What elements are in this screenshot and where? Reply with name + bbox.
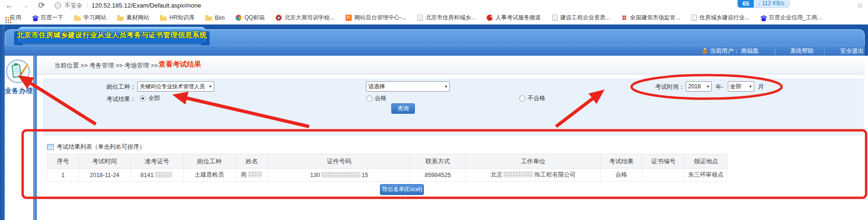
- table-cell: 1: [48, 169, 79, 182]
- redacted-text: [248, 171, 262, 178]
- url-separator: |: [86, 1, 88, 8]
- folder-icon: [117, 17, 124, 21]
- bookmark-label: HR知识库: [169, 14, 194, 22]
- radio-pass[interactable]: 合格: [366, 94, 387, 102]
- column-header[interactable]: 准考证号: [131, 154, 184, 169]
- month-suffix-label: 月: [758, 83, 764, 91]
- folder-icon: [74, 17, 81, 21]
- month-select[interactable]: 全部▼: [728, 81, 754, 92]
- post-type-value: 关键岗位专业技术管理人员: [140, 83, 207, 90]
- system-help-link[interactable]: 系统帮助: [790, 47, 814, 55]
- forward-icon[interactable]: →: [20, 0, 31, 11]
- year-suffix-label: 年-: [716, 83, 724, 91]
- column-header[interactable]: 姓名: [236, 154, 269, 169]
- column-header[interactable]: 工作单位: [466, 154, 601, 169]
- table-cell: 2018-11-24: [79, 169, 131, 182]
- page-icon: [418, 15, 423, 21]
- bookmark-item[interactable]: 网站后台管理中心-...: [346, 14, 406, 22]
- sidebar-item-business[interactable]: 业务办理: [4, 87, 34, 95]
- download-speed: ↓ 112 KB/s: [754, 0, 789, 8]
- chevron-down-icon: ▼: [749, 85, 752, 89]
- info-icon[interactable]: i: [55, 2, 61, 8]
- column-header[interactable]: 考试结果: [601, 154, 642, 169]
- logout-link[interactable]: 安全退出: [840, 47, 864, 55]
- back-icon[interactable]: ←: [4, 0, 15, 11]
- market-icon: [621, 15, 627, 21]
- radio-icon: [140, 95, 146, 102]
- post-type-label: 岗位工种：: [94, 83, 136, 91]
- table-cell: 13015: [269, 169, 410, 182]
- system-title: 北京市住房城乡建设行业从业人员考务与证书管理信息系统: [17, 31, 207, 40]
- bookmark-item[interactable]: 应用: [5, 14, 21, 22]
- radio-icon: [366, 95, 372, 102]
- user-icon: [702, 48, 708, 54]
- secondary-select[interactable]: 请选择▼: [366, 81, 450, 92]
- column-header[interactable]: 岗位工种: [184, 154, 236, 169]
- column-header[interactable]: 证书编号: [642, 154, 685, 169]
- user-bar: 当前用户： 商福磊 系统帮助 安全退出: [5, 45, 865, 56]
- clipboard-icon: [11, 64, 21, 78]
- column-header[interactable]: 序号: [48, 154, 79, 169]
- table-cell: [642, 169, 685, 182]
- bookmark-item[interactable]: Bim: [205, 15, 225, 21]
- bookmark-item[interactable]: HR知识库: [160, 14, 194, 22]
- bookmark-star-icon[interactable]: ☆: [857, 1, 863, 10]
- bookmark-label: 百度企业信用_工商...: [769, 14, 822, 22]
- bookmark-item[interactable]: 北京大展培训学校...: [276, 14, 335, 22]
- query-button[interactable]: 查询: [391, 103, 415, 114]
- table-cell: 商: [236, 169, 269, 182]
- bookmark-item[interactable]: 住房城乡建设行业...: [691, 14, 750, 22]
- post-type-select[interactable]: 关键岗位专业技术管理人员▼: [137, 81, 214, 92]
- screenshot-root: ← → ⟳ i 不安全 | 120.52.185.12/Exam/Default…: [0, 0, 868, 220]
- bookmark-item[interactable]: 素材网站: [117, 14, 149, 22]
- security-label: 不安全: [65, 2, 83, 10]
- userbar-divider: [775, 47, 775, 55]
- year-select[interactable]: 2018▼: [686, 81, 712, 92]
- table-cell: 85984525: [410, 169, 466, 182]
- bookmark-item[interactable]: 北京市住房和城乡...: [417, 14, 476, 22]
- browser-url-bar: ← → ⟳ i 不安全 | 120.52.185.12/Exam/Default…: [0, 0, 868, 11]
- results-body: 12018-11-248141土建质检员商1301585984525北京饰工程有…: [48, 169, 727, 182]
- bookmark-item[interactable]: 百度企业信用_工商...: [760, 14, 822, 22]
- table-cell: 8141: [131, 169, 184, 182]
- url-text[interactable]: 120.52.185.12/Exam/Default.aspx#none: [92, 2, 201, 9]
- column-header[interactable]: 证件号码: [269, 154, 410, 169]
- bookmark-label: 百度一下: [41, 14, 63, 22]
- page-icon: [691, 15, 697, 21]
- table-cell: 土建质检员: [184, 169, 236, 182]
- userbar-divider: [824, 47, 825, 55]
- current-user-label: 当前用户： 商福磊: [710, 47, 758, 55]
- bookmark-label: 网站后台管理中心-...: [354, 14, 406, 22]
- current-user-name: 商福磊: [741, 48, 759, 54]
- year-value: 2018: [688, 83, 705, 90]
- apps-grid-icon: [5, 17, 7, 18]
- column-header[interactable]: 联系方式: [410, 154, 466, 169]
- speed-extension-badge[interactable]: 65 ↓ 112 KB/s: [737, 0, 790, 8]
- reload-icon[interactable]: ⟳: [36, 0, 47, 11]
- bookmark-item[interactable]: 人事考试服务频道: [487, 14, 541, 22]
- radio-fail[interactable]: 不合格: [519, 94, 546, 102]
- radio-all[interactable]: 全部: [140, 94, 160, 102]
- down-arrow-icon: ↓: [758, 0, 760, 6]
- table-row: 12018-11-248141土建质检员商1301585984525北京饰工程有…: [48, 169, 727, 182]
- export-excel-button[interactable]: 导出名单(Excel): [380, 184, 424, 195]
- bookmark-item[interactable]: 全国建筑市场监管...: [621, 14, 680, 22]
- bookmark-item[interactable]: QQ邮箱: [236, 14, 265, 22]
- folder-icon: [205, 17, 212, 21]
- bookmark-label: 北京大展培训学校...: [285, 14, 335, 22]
- business-menu-icon[interactable]: [6, 59, 30, 83]
- bookmark-label: QQ邮箱: [244, 14, 265, 22]
- bookmark-label: 建设工程企业资质...: [560, 14, 610, 22]
- bookmark-label: 素材网站: [126, 14, 149, 22]
- column-header[interactable]: 考试时间: [79, 154, 131, 169]
- redacted-text: [503, 171, 533, 178]
- radio-label: 合格: [375, 94, 387, 102]
- sidebar-divider: [33, 56, 37, 220]
- bookmark-label: 住房城乡建设行业...: [699, 14, 750, 22]
- bookmark-item[interactable]: 建设工程企业资质...: [552, 14, 610, 22]
- column-header[interactable]: 领证地点: [685, 154, 727, 169]
- bookmark-item[interactable]: 百度一下: [32, 14, 63, 22]
- pin-badge-icon: [346, 15, 352, 21]
- bookmark-item[interactable]: 学习网站: [74, 14, 106, 22]
- month-value: 全部: [730, 83, 747, 91]
